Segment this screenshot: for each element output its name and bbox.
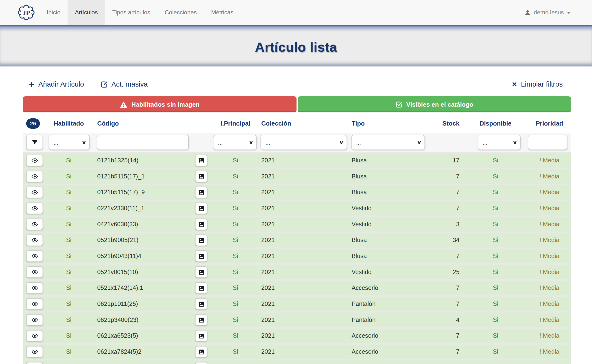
cell-iprincipal: Si <box>213 233 258 247</box>
table-row: Si 0521b9043(11)4 Si 2021 Blusa 7 Si ! M… <box>23 249 571 263</box>
cell-codigo: 0521v0015(10) <box>91 265 190 279</box>
cell-habilitado: Si <box>46 265 91 279</box>
image-button[interactable] <box>195 219 207 230</box>
cell-codigo: 0621p3400(23) <box>91 313 190 327</box>
image-button[interactable] <box>195 250 207 262</box>
cell-prioridad: ! Media <box>528 281 571 295</box>
cell-iprincipal: Si <box>213 265 258 279</box>
view-button[interactable] <box>26 202 43 214</box>
image-button[interactable] <box>195 314 207 326</box>
cell-iprincipal: Si <box>213 185 258 200</box>
iprincipal-filter-select[interactable]: ...∨ <box>213 135 257 150</box>
bulk-update-button[interactable]: Act. masiva <box>101 80 148 89</box>
view-button[interactable] <box>26 155 43 166</box>
cell-tipo: Accesorio <box>349 329 430 343</box>
image-icon <box>198 205 204 212</box>
view-button[interactable] <box>26 250 43 262</box>
view-button[interactable] <box>26 266 43 278</box>
cell-coleccion: 2021 <box>258 201 349 215</box>
image-icon <box>198 173 204 180</box>
cell-codigo: 0121b1325(14) <box>91 153 190 168</box>
coleccion-filter-select[interactable]: ...∨ <box>261 135 347 150</box>
image-button[interactable] <box>195 171 207 182</box>
view-button[interactable] <box>26 282 43 294</box>
image-button[interactable] <box>195 187 207 198</box>
cell-coleccion: 2021 <box>258 345 349 359</box>
view-button[interactable] <box>26 219 43 230</box>
eye-icon <box>31 301 38 307</box>
cell-codigo: 0521x1742(14).1 <box>91 281 190 295</box>
brand-logo[interactable]: JP <box>18 5 35 20</box>
image-button[interactable] <box>195 346 207 358</box>
nav-item-label: Tipos artículos <box>112 9 150 16</box>
cell-prioridad: ! Media <box>528 297 571 311</box>
view-button[interactable] <box>26 346 43 358</box>
cell-habilitado: Si <box>46 153 91 168</box>
cell-habilitado: Si <box>46 233 91 247</box>
view-button[interactable] <box>26 171 43 182</box>
nav-item-colecciones[interactable]: Colecciones <box>158 0 204 25</box>
cell-iprincipal: Si <box>213 249 258 263</box>
x-icon <box>511 81 517 87</box>
col-header-disponible: Disponible <box>463 114 528 133</box>
image-button[interactable] <box>195 266 207 278</box>
cell-stock: 17 <box>430 153 463 168</box>
image-icon <box>198 317 204 323</box>
row-count-badge: 26 <box>26 118 40 128</box>
banner-warning[interactable]: Habilitados sin imagen <box>23 96 296 112</box>
col-header-coleccion: Colección <box>258 114 349 133</box>
disponible-filter-select[interactable]: ...∨ <box>478 135 520 150</box>
cell-coleccion: 2021 <box>258 249 349 263</box>
cell-prioridad: ! Media <box>528 313 571 327</box>
cell-habilitado <box>46 360 91 364</box>
nav-item-label: Artículos <box>75 9 98 16</box>
view-button[interactable] <box>26 362 43 364</box>
cell-coleccion: 2021 <box>258 233 349 247</box>
codigo-filter-input[interactable] <box>97 135 189 150</box>
cell-prioridad: ! Media <box>528 329 571 343</box>
view-button[interactable] <box>26 314 43 326</box>
image-button[interactable] <box>195 202 207 214</box>
view-button[interactable] <box>26 235 43 246</box>
image-button[interactable] <box>195 298 207 310</box>
view-button[interactable] <box>26 298 43 310</box>
image-icon <box>198 221 204 228</box>
cell-codigo: 0121b5115(17)_9 <box>91 185 190 200</box>
table-row: Si 0621xa7824(5)2 Si 2021 Accesorio 7 Si… <box>23 345 571 359</box>
cell-stock: 25 <box>430 265 463 279</box>
image-button[interactable] <box>195 362 207 364</box>
prioridad-filter-input[interactable] <box>528 135 567 150</box>
warning-icon <box>120 101 128 108</box>
nav-item-inicio[interactable]: Inicio <box>39 0 68 25</box>
view-button[interactable] <box>26 187 43 198</box>
cell-habilitado: Si <box>46 185 91 200</box>
cell-habilitado: Si <box>46 329 91 343</box>
nav-item-art-culos[interactable]: Artículos <box>68 0 105 25</box>
image-button[interactable] <box>195 235 207 246</box>
tipo-filter-select[interactable]: ...∨ <box>351 135 425 150</box>
table-row: Si 0621p3400(23) Si 2021 Pantalón 4 Si !… <box>23 313 571 327</box>
cell-disponible: Si <box>463 345 528 359</box>
filter-button[interactable] <box>26 135 43 150</box>
nav-item-m-tricas[interactable]: Métricas <box>204 0 241 25</box>
add-article-button[interactable]: Añadir Artículo <box>28 80 84 89</box>
clear-filters-button[interactable]: Limpiar filtros <box>511 80 563 89</box>
view-button[interactable] <box>26 330 43 342</box>
chevron-down-icon: ∨ <box>249 139 253 145</box>
habilitado-filter-select[interactable]: ...∨ <box>49 135 90 150</box>
image-button[interactable] <box>195 330 207 342</box>
table-row <box>23 360 571 364</box>
image-button[interactable] <box>195 155 207 166</box>
filter-row: ...∨ ...∨ ...∨ ...∨ ...∨ <box>23 133 571 152</box>
nav-item-tipos-art-culos[interactable]: Tipos artículos <box>105 0 158 25</box>
banner-success[interactable]: Visibles en el catálogo <box>297 96 571 112</box>
user-menu[interactable]: demoJesus <box>524 9 571 16</box>
cell-iprincipal <box>213 360 258 364</box>
cell-codigo: 0621p1011(25) <box>91 297 190 311</box>
eye-icon <box>31 285 38 291</box>
table-header: 26 Habilitado Código I.Principal Colecci… <box>23 114 571 133</box>
cell-tipo: Blusa <box>349 169 430 184</box>
image-button[interactable] <box>195 282 207 294</box>
cell-disponible: Si <box>463 265 528 279</box>
cell-disponible: Si <box>463 313 528 327</box>
